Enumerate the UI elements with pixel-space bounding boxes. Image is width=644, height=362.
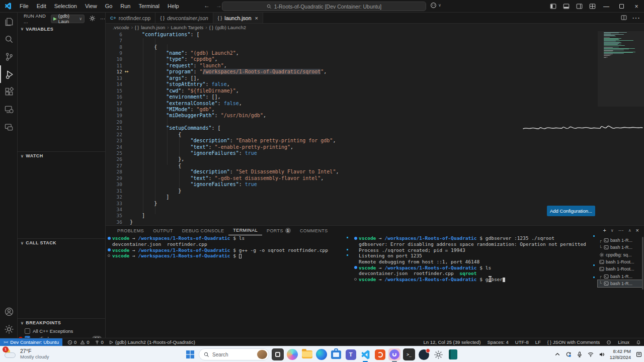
- remote-explorer-icon[interactable]: [0, 101, 18, 118]
- taskbar-search[interactable]: Search: [199, 348, 269, 360]
- weather-widget[interactable]: 1 27°F Mostly cloudy: [4, 348, 49, 359]
- app-file-explorer[interactable]: [301, 348, 313, 360]
- menu-run[interactable]: Run: [117, 2, 134, 10]
- panel-tab-comments[interactable]: COMMENTS: [295, 226, 333, 235]
- tab-launch.json[interactable]: { }launch.json×: [213, 13, 263, 23]
- copilot-menu[interactable]: ∨: [430, 2, 441, 9]
- onedrive-sync-icon[interactable]: [566, 351, 572, 357]
- code-line[interactable]: 23 "description": "Enable pretty-printin…: [106, 137, 644, 143]
- toggle-secondary-sidebar-icon[interactable]: [573, 0, 586, 13]
- code-line[interactable]: 26 },: [106, 156, 644, 162]
- code-line[interactable]: 12✦✦ "program": "/workspaces/1-Roots-of-…: [106, 69, 644, 75]
- explorer-icon[interactable]: [0, 13, 18, 30]
- menu-terminal[interactable]: Terminal: [135, 2, 164, 10]
- menu-help[interactable]: Help: [164, 2, 183, 10]
- panel-tab-terminal[interactable]: TERMINAL: [228, 226, 262, 235]
- panel-more-actions-icon[interactable]: ···: [618, 227, 624, 233]
- nav-back-icon[interactable]: ←: [204, 2, 210, 9]
- cursor-position[interactable]: Ln 12, Col 25 (39 selected): [423, 339, 480, 345]
- panel-tab-debug-console[interactable]: DEBUG CONSOLE: [178, 226, 229, 235]
- source-control-icon[interactable]: [0, 48, 18, 65]
- tray-chevron-up-icon[interactable]: [554, 351, 560, 357]
- app-with-notification[interactable]: [418, 348, 430, 360]
- tray-clock[interactable]: 8:42 PM 12/8/2024: [610, 348, 631, 360]
- notifications-bell-icon[interactable]: [636, 340, 641, 345]
- settings-gear-icon[interactable]: [0, 320, 18, 338]
- close-button[interactable]: ×: [629, 0, 644, 13]
- code-line[interactable]: 14 "stopAtEntry": false,: [106, 81, 644, 87]
- code-line[interactable]: 11 "request": "launch",: [106, 62, 644, 68]
- panel-tab-problems[interactable]: PROBLEMS: [113, 226, 148, 235]
- minimap[interactable]: [604, 32, 643, 58]
- terminal-list-item[interactable]: └bash 1-R...: [598, 280, 643, 287]
- terminal-list-item[interactable]: └bash 1-R...: [598, 244, 643, 251]
- indentation-setting[interactable]: Spaces: 4: [488, 339, 509, 345]
- extensions-icon[interactable]: [0, 83, 18, 101]
- code-line[interactable]: 9 "name": "(gdb) Launch2",: [106, 50, 644, 56]
- tab-rootfinder.cpp[interactable]: C+rootfinder.cpp: [106, 13, 155, 23]
- menu-file[interactable]: File: [16, 2, 32, 10]
- code-line[interactable]: 18 "MIMode": "gdb",: [106, 106, 644, 112]
- terminal-pane-left[interactable]: vscode → /workspaces/1-Roots-of-Quadrati…: [108, 235, 348, 259]
- code-line[interactable]: 27 {: [106, 162, 644, 168]
- wifi-icon[interactable]: [588, 351, 594, 357]
- code-line[interactable]: 15 "cwd": "${fileDirname}",: [106, 87, 644, 94]
- terminal-pane-right[interactable]: vscode → /workspaces/1-Roots-of-Quadrati…: [354, 235, 595, 283]
- code-line[interactable]: 32 ]: [106, 194, 644, 200]
- app-settings[interactable]: [432, 348, 444, 360]
- terminal-list-item[interactable]: cppdbg: sq...: [598, 251, 643, 258]
- app-edge[interactable]: [315, 348, 328, 360]
- code-line[interactable]: 13 "args": [],: [106, 75, 644, 81]
- app-vscode[interactable]: [359, 348, 371, 360]
- command-decoration-dot[interactable]: [354, 278, 357, 281]
- app-terminal[interactable]: >_: [403, 348, 415, 360]
- terminal-list-item[interactable]: bash 1-Root...: [598, 258, 643, 265]
- tab-devcontainer.json[interactable]: { }devcontainer.json: [155, 13, 213, 23]
- encoding-setting[interactable]: UTF-8: [515, 339, 529, 345]
- search-icon[interactable]: [0, 30, 18, 48]
- watch-section-header[interactable]: ∨WATCH: [18, 151, 106, 160]
- launch-profile-chevron-icon[interactable]: ∨: [611, 228, 614, 233]
- maximize-panel-icon[interactable]: ∧: [628, 228, 631, 233]
- breadcrumb-item[interactable]: .vscode: [113, 25, 129, 30]
- app-store[interactable]: [330, 348, 342, 360]
- code-line[interactable]: 19 "miDebuggerPath": "/usr/bin/gdb",: [106, 113, 644, 119]
- close-tab-icon[interactable]: ×: [255, 15, 258, 21]
- breadcrumb-item[interactable]: (gdb) Launch2: [215, 25, 246, 30]
- nav-forward-icon[interactable]: →: [216, 2, 222, 9]
- editor-more-actions-icon[interactable]: ···: [632, 14, 640, 23]
- variables-section-header[interactable]: ∨VARIABLES: [18, 25, 106, 33]
- microphone-icon[interactable]: [577, 351, 583, 357]
- call-stack-section-header[interactable]: ∨CALL STACK: [18, 238, 106, 247]
- code-line[interactable]: 29 "text": "-gdb-set disassembly-flavor …: [106, 175, 644, 181]
- breakpoint-all-cpp-exceptions[interactable]: All C++ Exceptions: [18, 327, 106, 335]
- language-mode[interactable]: { } JSON with Comments: [547, 339, 600, 345]
- terminal-list-scrollbar[interactable]: [642, 237, 643, 290]
- command-decoration-dot[interactable]: [108, 248, 111, 251]
- code-line[interactable]: 36}: [106, 219, 644, 225]
- app-copilot[interactable]: [286, 348, 298, 360]
- command-center-search[interactable]: 1-Roots-of-Quadratic [Dev Container: Ubu…: [222, 2, 426, 11]
- code-line[interactable]: 25 "ignoreFailures": true: [106, 150, 644, 156]
- code-line[interactable]: 8 {: [106, 44, 644, 50]
- debug-status[interactable]: (gdb) Launch2 (1-Roots-of-Quadratic): [109, 339, 195, 345]
- start-button[interactable]: [184, 348, 196, 360]
- ports-indicator[interactable]: 0: [95, 339, 104, 345]
- code-line[interactable]: 7: [106, 37, 644, 43]
- customize-layout-icon[interactable]: [586, 0, 599, 13]
- new-terminal-icon[interactable]: +: [603, 227, 606, 233]
- remote-indicator[interactable]: >< Dev Container: Ubuntu: [0, 338, 62, 346]
- breadcrumb-item[interactable]: Launch Targets: [171, 25, 204, 30]
- copilot-status-icon[interactable]: [606, 340, 611, 345]
- terminal-list-item[interactable]: ┌bash 1-R...: [598, 237, 643, 244]
- command-decoration-dot[interactable]: [354, 266, 357, 269]
- notification-center-icon[interactable]: [636, 351, 642, 357]
- terminal-list-item[interactable]: ┌bash 1-R...: [598, 273, 643, 280]
- dev-container-icon[interactable]: [0, 118, 18, 136]
- panel-tab-output[interactable]: OUTPUT: [148, 226, 177, 235]
- close-panel-icon[interactable]: ×: [636, 227, 639, 233]
- accounts-icon[interactable]: [0, 303, 18, 320]
- breadcrumb-item[interactable]: launch.json: [141, 25, 165, 30]
- minimize-button[interactable]: —: [599, 0, 614, 13]
- code-line[interactable]: 24 "text": "-enable-pretty-printing",: [106, 144, 644, 150]
